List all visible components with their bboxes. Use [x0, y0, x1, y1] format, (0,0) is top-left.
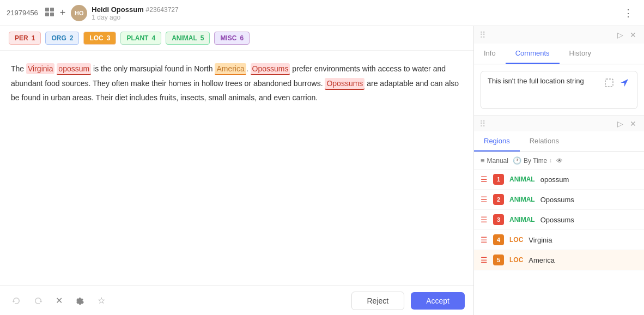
redo-button[interactable]: [31, 293, 46, 308]
comment-text: This isn't the full location string: [488, 77, 603, 85]
region-num-4: 4: [493, 234, 504, 245]
clock-icon: 🕐: [513, 156, 521, 165]
star-button[interactable]: ☆: [94, 292, 108, 309]
tab-history[interactable]: History: [560, 44, 601, 64]
filter-manual-label: Manual: [487, 157, 508, 165]
filter-by-time[interactable]: 🕐 By Time ↕: [513, 156, 552, 165]
region-icon-3: ☰: [481, 215, 488, 224]
reject-button[interactable]: Reject: [351, 292, 405, 310]
tag-loc-label: LOC: [89, 34, 103, 42]
panel-controls: ▷ ✕: [615, 29, 639, 40]
span-virginia[interactable]: Virginia: [26, 63, 54, 74]
select-icon-button[interactable]: [603, 77, 615, 91]
region-row-5[interactable]: ☰ 5 LOC America: [474, 250, 644, 270]
header: 21979456 + HO Heidi Opossum #23643727 1 …: [0, 0, 644, 26]
expand-panel-button[interactable]: ▷: [615, 29, 625, 40]
tag-org[interactable]: ORG 2: [45, 32, 79, 45]
region-value-1: opossum: [540, 175, 569, 184]
region-value-5: America: [528, 256, 555, 264]
undo-button[interactable]: [9, 293, 24, 308]
menu-icon: ≡: [481, 156, 485, 165]
span-opossums2[interactable]: Opossums: [325, 78, 364, 90]
comment-actions: [603, 77, 630, 91]
send-comment-button[interactable]: [618, 77, 630, 91]
region-num-5: 5: [493, 255, 504, 265]
user-id: #23643727: [146, 6, 179, 14]
tag-bar: PER 1 ORG 2 LOC 3 PLANT 4 ANIMAL 5 MISC …: [0, 26, 473, 51]
region-label-1: ANIMAL: [509, 175, 535, 183]
span-opossums1[interactable]: Opossums: [251, 63, 290, 75]
region-value-2: Opossums: [540, 196, 574, 204]
close-bottom-panel-button[interactable]: ✕: [628, 118, 639, 129]
settings-button[interactable]: [72, 293, 88, 308]
tag-org-label: ORG: [51, 34, 66, 42]
more-icon[interactable]: ⋮: [619, 5, 637, 21]
region-label-4: LOC: [509, 236, 523, 244]
region-row-2[interactable]: ☰ 2 ANIMAL Opossums: [474, 190, 644, 210]
right-bottom-section: ⠿ ▷ ✕ Regions Relations ≡ Manual: [474, 116, 644, 315]
region-row-4[interactable]: ☰ 4 LOC Virginia: [474, 230, 644, 250]
tab-relations[interactable]: Relations: [520, 131, 569, 152]
tag-misc[interactable]: MISC 6: [214, 32, 250, 45]
text-area: The Virginia opossum is the only marsupi…: [0, 51, 473, 286]
regions-tabs: Regions Relations: [474, 131, 644, 152]
user-name: Heidi Opossum: [92, 5, 143, 14]
region-num-2: 2: [493, 194, 504, 205]
tag-animal-count: 5: [201, 34, 204, 42]
filter-manual[interactable]: ≡ Manual: [481, 156, 508, 165]
region-num-3: 3: [493, 214, 504, 225]
bottom-panel-header: ⠿ ▷ ✕: [474, 116, 644, 131]
document-id: 21979456: [7, 9, 38, 17]
close-button[interactable]: ✕: [52, 292, 66, 309]
text-the: The: [11, 64, 26, 73]
region-num-1: 1: [493, 174, 504, 185]
region-value-4: Virginia: [528, 236, 552, 244]
span-opossum[interactable]: opossum: [57, 63, 91, 75]
close-panel-button[interactable]: ✕: [628, 29, 639, 40]
tag-animal[interactable]: ANIMAL 5: [166, 32, 210, 45]
svg-rect-4: [605, 79, 613, 87]
tag-per-label: PER: [15, 34, 28, 42]
filter-eye[interactable]: 👁: [556, 157, 563, 165]
left-panel: PER 1 ORG 2 LOC 3 PLANT 4 ANIMAL 5 MISC …: [0, 26, 474, 315]
tag-loc-count: 3: [107, 34, 111, 42]
region-icon-5: ☰: [481, 256, 488, 264]
region-row-3[interactable]: ☰ 3 ANIMAL Opossums: [474, 210, 644, 230]
tag-per-count: 1: [32, 34, 35, 42]
add-icon[interactable]: +: [60, 7, 66, 19]
time-ago: 1 day ago: [92, 14, 619, 21]
grid-icon[interactable]: [45, 7, 54, 19]
tab-info[interactable]: Info: [474, 44, 506, 64]
tag-org-count: 2: [70, 34, 74, 42]
region-icon-1: ☰: [481, 175, 488, 184]
avatar: HO: [71, 5, 87, 21]
svg-rect-3: [50, 13, 54, 16]
tag-loc[interactable]: LOC 3: [83, 32, 116, 45]
accept-button[interactable]: Accept: [411, 292, 465, 310]
tag-plant-count: 4: [151, 34, 155, 42]
tab-comments[interactable]: Comments: [506, 44, 560, 64]
svg-rect-0: [45, 8, 49, 11]
regions-list: ≡ Manual 🕐 By Time ↕ 👁 ☰ 1: [474, 152, 644, 315]
comment-input-area[interactable]: This isn't the full location string: [481, 71, 637, 109]
tag-animal-label: ANIMAL: [172, 34, 197, 42]
expand-bottom-panel-button[interactable]: ▷: [615, 118, 625, 129]
bottom-panel-controls: ▷ ✕: [615, 118, 639, 129]
span-america[interactable]: America: [215, 63, 246, 75]
tag-per[interactable]: PER 1: [9, 32, 41, 45]
tag-plant[interactable]: PLANT 4: [120, 32, 161, 45]
tab-regions[interactable]: Regions: [474, 131, 520, 152]
region-label-3: ANIMAL: [509, 216, 535, 223]
region-icon-4: ☰: [481, 235, 488, 244]
region-label-2: ANIMAL: [509, 196, 535, 203]
eye-icon: 👁: [556, 157, 563, 165]
region-value-3: Opossums: [540, 216, 574, 224]
drag-icon: ⠿: [479, 30, 486, 40]
region-icon-2: ☰: [481, 195, 488, 204]
region-row-1[interactable]: ☰ 1 ANIMAL opossum: [474, 169, 644, 190]
info-tabs: Info Comments History: [474, 44, 644, 64]
comment-box: This isn't the full location string: [474, 64, 644, 116]
filter-by-time-label: By Time: [524, 157, 547, 165]
svg-rect-2: [45, 13, 49, 16]
right-top-section: ⠿ ▷ ✕ Info Comments History Thi: [474, 26, 644, 116]
